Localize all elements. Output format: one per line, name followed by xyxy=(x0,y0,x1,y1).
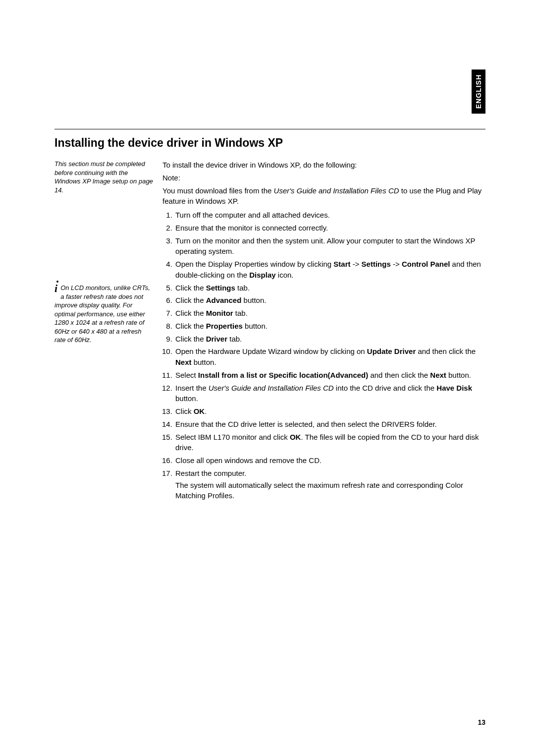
s4-a: Open the Display Properties window by cl… xyxy=(175,260,333,268)
step-2: Ensure that the monitor is connected cor… xyxy=(174,223,485,233)
step-4: Open the Display Properties window by cl… xyxy=(174,259,485,281)
s11-b: Install from a list or Specific location… xyxy=(198,371,368,379)
note-ital: User's Guide and Installation Files CD xyxy=(274,186,399,195)
note-label: Note: xyxy=(162,173,485,183)
s8-b: Properties xyxy=(206,322,243,330)
s4-b4: Display xyxy=(249,271,275,279)
s7-c: tab. xyxy=(233,309,248,317)
s9-a: Click the xyxy=(175,335,206,343)
s6-c: button. xyxy=(241,296,266,304)
s11-mid: and then click the xyxy=(368,371,430,379)
s10-a: Open the Hardware Update Wizard window b… xyxy=(175,347,367,355)
step-6: Click the Advanced button. xyxy=(174,295,485,306)
step-13: Click OK. xyxy=(174,406,485,417)
step-12: Insert the User's Guide and Installation… xyxy=(174,383,485,405)
side-note-2-text: On LCD monitors, unlike CRTs, a faster r… xyxy=(54,284,150,344)
s8-c: button. xyxy=(243,322,268,330)
s13-b: OK xyxy=(194,407,205,415)
s15-b: OK xyxy=(290,433,301,441)
s4-end: icon. xyxy=(276,271,294,279)
s10-b1: Update Driver xyxy=(367,347,416,355)
steps-list: Turn off the computer and all attached d… xyxy=(162,210,485,501)
page-number: 13 xyxy=(478,718,485,726)
step-14: Ensure that the CD drive letter is selec… xyxy=(174,419,485,430)
s10-mid: and then click the xyxy=(416,347,476,355)
step-9: Click the Driver tab. xyxy=(174,334,485,345)
arrow2: -> xyxy=(391,260,402,268)
s12-i: User's Guide and Installation Files CD xyxy=(209,384,334,392)
s5-c: tab. xyxy=(235,284,250,292)
side-note-1: This section must be completed before co… xyxy=(54,160,154,194)
s6-a: Click the xyxy=(175,296,206,304)
step-1: Turn off the computer and all attached d… xyxy=(174,210,485,221)
s10-end: button. xyxy=(192,358,216,366)
step-7: Click the Monitor tab. xyxy=(174,308,485,319)
s12-b: Have Disk xyxy=(436,384,472,392)
s12-mid: into the CD drive and click the xyxy=(334,384,437,392)
info-icon: i xyxy=(54,284,57,293)
s4-b3: Control Panel xyxy=(402,260,450,268)
s11-b2: Next xyxy=(430,371,446,379)
horizontal-rule xyxy=(54,129,485,129)
s11-end: button. xyxy=(446,371,471,379)
s7-b: Monitor xyxy=(206,309,233,317)
s12-end: button. xyxy=(175,394,198,403)
side-column: This section must be completed before co… xyxy=(54,160,162,345)
note-body: You must download files from the User's … xyxy=(162,185,485,207)
step-16: Close all open windows and remove the CD… xyxy=(174,455,485,466)
s11-a: Select xyxy=(175,371,198,379)
s9-c: tab. xyxy=(227,335,242,343)
s10-b2: Next xyxy=(175,358,192,366)
step-3: Turn on the monitor and then the system … xyxy=(174,235,485,257)
step-5: Click the Settings tab. xyxy=(174,283,485,293)
s13-end: . xyxy=(205,407,207,415)
s17-text: Restart the computer. xyxy=(175,469,246,477)
s5-b: Settings xyxy=(206,284,235,292)
arrow: -> xyxy=(351,260,362,268)
page-title: Installing the device driver in Windows … xyxy=(54,136,485,150)
s9-b: Driver xyxy=(206,335,227,343)
s7-a: Click the xyxy=(175,309,206,317)
s4-b1: Start xyxy=(333,260,350,268)
s6-b: Advanced xyxy=(206,296,242,304)
language-tab: ENGLISH xyxy=(472,69,485,114)
step-15: Select IBM L170 monitor and click OK. Th… xyxy=(174,432,485,454)
s12-a: Insert the xyxy=(175,384,209,392)
note-pre: You must download files from the xyxy=(162,186,274,195)
side-note-2: i On LCD monitors, unlike CRTs, a faster… xyxy=(54,284,154,345)
s17-cont: The system will automatically select the… xyxy=(175,480,485,502)
step-8: Click the Properties button. xyxy=(174,321,485,332)
s13-a: Click xyxy=(175,407,194,415)
s15-a: Select IBM L170 monitor and click xyxy=(175,433,290,441)
main-column: To install the device driver in Windows … xyxy=(162,160,485,503)
s8-a: Click the xyxy=(175,322,206,330)
intro-line: To install the device driver in Windows … xyxy=(162,160,485,171)
step-11: Select Install from a list or Specific l… xyxy=(174,370,485,381)
s4-b2: Settings xyxy=(362,260,391,268)
s5-a: Click the xyxy=(175,284,206,292)
step-17: Restart the computer. The system will au… xyxy=(174,468,485,501)
step-10: Open the Hardware Update Wizard window b… xyxy=(174,346,485,368)
